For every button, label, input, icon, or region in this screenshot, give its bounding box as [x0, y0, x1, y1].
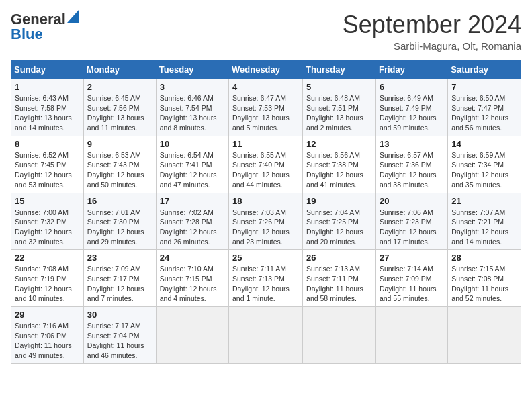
- day-number: 24: [160, 253, 225, 263]
- calendar-cell: 25Sunrise: 7:11 AMSunset: 7:13 PMDayligh…: [229, 250, 303, 307]
- day-number: 21: [451, 196, 517, 206]
- day-number: 23: [87, 253, 152, 263]
- calendar-cell: [375, 307, 447, 364]
- calendar-cell: 27Sunrise: 7:14 AMSunset: 7:09 PMDayligh…: [375, 250, 447, 307]
- calendar-cell: 11Sunrise: 6:55 AMSunset: 7:40 PMDayligh…: [229, 136, 303, 193]
- calendar-cell: 3Sunrise: 6:46 AMSunset: 7:54 PMDaylight…: [156, 79, 228, 136]
- day-number: 30: [87, 310, 152, 320]
- calendar-cell: 16Sunrise: 7:01 AMSunset: 7:30 PMDayligh…: [83, 193, 156, 250]
- day-number: 7: [451, 82, 517, 92]
- calendar-cell: 28Sunrise: 7:15 AMSunset: 7:08 PMDayligh…: [448, 250, 521, 307]
- calendar-cell: 4Sunrise: 6:47 AMSunset: 7:53 PMDaylight…: [229, 79, 303, 136]
- location: Sarbii-Magura, Olt, Romania: [343, 40, 521, 52]
- day-info: Sunrise: 7:13 AMSunset: 7:11 PMDaylight:…: [306, 264, 372, 304]
- day-number: 6: [380, 82, 444, 92]
- day-number: 19: [306, 196, 372, 206]
- calendar-cell: 24Sunrise: 7:10 AMSunset: 7:15 PMDayligh…: [156, 250, 228, 307]
- calendar-cell: 6Sunrise: 6:49 AMSunset: 7:49 PMDaylight…: [375, 79, 447, 136]
- day-number: 17: [160, 196, 225, 206]
- day-number: 29: [15, 310, 80, 320]
- day-info: Sunrise: 7:02 AMSunset: 7:28 PMDaylight:…: [160, 208, 225, 247]
- day-info: Sunrise: 6:43 AMSunset: 7:58 PMDaylight:…: [15, 93, 80, 133]
- day-number: 10: [160, 139, 225, 149]
- col-header-sunday: Sunday: [11, 60, 84, 79]
- svg-marker-0: [67, 9, 79, 23]
- calendar-cell: 13Sunrise: 6:57 AMSunset: 7:36 PMDayligh…: [375, 136, 447, 193]
- calendar-cell: 20Sunrise: 7:06 AMSunset: 7:23 PMDayligh…: [375, 193, 447, 250]
- calendar-cell: 15Sunrise: 7:00 AMSunset: 7:32 PMDayligh…: [11, 193, 84, 250]
- day-info: Sunrise: 7:08 AMSunset: 7:19 PMDaylight:…: [15, 264, 80, 304]
- col-header-tuesday: Tuesday: [156, 60, 228, 79]
- day-number: 27: [380, 253, 444, 263]
- calendar-cell: 5Sunrise: 6:48 AMSunset: 7:51 PMDaylight…: [303, 79, 376, 136]
- day-number: 9: [87, 139, 152, 149]
- calendar-cell: 21Sunrise: 7:07 AMSunset: 7:21 PMDayligh…: [448, 193, 521, 250]
- page-header: General Blue September 2024 Sarbii-Magur…: [11, 11, 521, 52]
- day-info: Sunrise: 7:01 AMSunset: 7:30 PMDaylight:…: [87, 208, 152, 247]
- calendar-cell: 30Sunrise: 7:17 AMSunset: 7:04 PMDayligh…: [83, 307, 156, 364]
- day-info: Sunrise: 7:14 AMSunset: 7:09 PMDaylight:…: [380, 264, 444, 304]
- calendar-cell: 8Sunrise: 6:52 AMSunset: 7:45 PMDaylight…: [11, 136, 84, 193]
- calendar-cell: 14Sunrise: 6:59 AMSunset: 7:34 PMDayligh…: [448, 136, 521, 193]
- calendar-cell: [229, 307, 303, 364]
- day-info: Sunrise: 6:45 AMSunset: 7:56 PMDaylight:…: [87, 93, 152, 133]
- calendar-cell: [448, 307, 521, 364]
- calendar-cell: 1Sunrise: 6:43 AMSunset: 7:58 PMDaylight…: [11, 79, 84, 136]
- day-number: 16: [87, 196, 152, 206]
- calendar-table: SundayMondayTuesdayWednesdayThursdayFrid…: [11, 60, 521, 364]
- day-number: 15: [15, 196, 80, 206]
- day-number: 3: [160, 82, 225, 92]
- calendar-cell: 2Sunrise: 6:45 AMSunset: 7:56 PMDaylight…: [83, 79, 156, 136]
- day-number: 22: [15, 253, 80, 263]
- day-number: 2: [87, 82, 152, 92]
- day-info: Sunrise: 7:16 AMSunset: 7:06 PMDaylight:…: [15, 321, 80, 361]
- day-info: Sunrise: 7:07 AMSunset: 7:21 PMDaylight:…: [451, 208, 517, 247]
- calendar-cell: 10Sunrise: 6:54 AMSunset: 7:41 PMDayligh…: [156, 136, 228, 193]
- calendar-cell: 19Sunrise: 7:04 AMSunset: 7:25 PMDayligh…: [303, 193, 376, 250]
- col-header-friday: Friday: [375, 60, 447, 79]
- calendar-cell: 22Sunrise: 7:08 AMSunset: 7:19 PMDayligh…: [11, 250, 84, 307]
- col-header-monday: Monday: [83, 60, 156, 79]
- day-number: 18: [232, 196, 299, 206]
- day-info: Sunrise: 7:17 AMSunset: 7:04 PMDaylight:…: [87, 321, 152, 361]
- day-number: 20: [380, 196, 444, 206]
- day-info: Sunrise: 6:52 AMSunset: 7:45 PMDaylight:…: [15, 150, 80, 190]
- col-header-wednesday: Wednesday: [229, 60, 303, 79]
- day-number: 14: [451, 139, 517, 149]
- logo: General Blue: [11, 11, 83, 43]
- calendar-cell: [156, 307, 228, 364]
- day-number: 1: [15, 82, 80, 92]
- calendar-cell: 18Sunrise: 7:03 AMSunset: 7:26 PMDayligh…: [229, 193, 303, 250]
- calendar-cell: 26Sunrise: 7:13 AMSunset: 7:11 PMDayligh…: [303, 250, 376, 307]
- day-number: 5: [306, 82, 372, 92]
- day-info: Sunrise: 6:50 AMSunset: 7:47 PMDaylight:…: [451, 93, 517, 133]
- day-number: 12: [306, 139, 372, 149]
- day-info: Sunrise: 6:46 AMSunset: 7:54 PMDaylight:…: [160, 93, 225, 133]
- day-number: 28: [451, 253, 517, 263]
- day-info: Sunrise: 7:06 AMSunset: 7:23 PMDaylight:…: [380, 208, 444, 247]
- logo-arrow-icon: [67, 9, 79, 23]
- day-number: 11: [232, 139, 299, 149]
- day-info: Sunrise: 6:57 AMSunset: 7:36 PMDaylight:…: [380, 150, 444, 190]
- day-info: Sunrise: 6:56 AMSunset: 7:38 PMDaylight:…: [306, 150, 372, 190]
- col-header-thursday: Thursday: [303, 60, 376, 79]
- day-info: Sunrise: 6:59 AMSunset: 7:34 PMDaylight:…: [451, 150, 517, 190]
- calendar-cell: 7Sunrise: 6:50 AMSunset: 7:47 PMDaylight…: [448, 79, 521, 136]
- day-info: Sunrise: 6:54 AMSunset: 7:41 PMDaylight:…: [160, 150, 225, 190]
- calendar-cell: 9Sunrise: 6:53 AMSunset: 7:43 PMDaylight…: [83, 136, 156, 193]
- day-info: Sunrise: 7:09 AMSunset: 7:17 PMDaylight:…: [87, 264, 152, 304]
- day-info: Sunrise: 6:48 AMSunset: 7:51 PMDaylight:…: [306, 93, 372, 133]
- day-info: Sunrise: 7:15 AMSunset: 7:08 PMDaylight:…: [451, 264, 517, 304]
- day-number: 25: [232, 253, 299, 263]
- day-number: 13: [380, 139, 444, 149]
- calendar-cell: 23Sunrise: 7:09 AMSunset: 7:17 PMDayligh…: [83, 250, 156, 307]
- calendar-cell: 29Sunrise: 7:16 AMSunset: 7:06 PMDayligh…: [11, 307, 84, 364]
- day-info: Sunrise: 7:10 AMSunset: 7:15 PMDaylight:…: [160, 264, 225, 304]
- day-info: Sunrise: 7:04 AMSunset: 7:25 PMDaylight:…: [306, 208, 372, 247]
- day-info: Sunrise: 7:11 AMSunset: 7:13 PMDaylight:…: [232, 264, 299, 304]
- day-info: Sunrise: 6:53 AMSunset: 7:43 PMDaylight:…: [87, 150, 152, 190]
- day-number: 26: [306, 253, 372, 263]
- title-block: September 2024 Sarbii-Magura, Olt, Roman…: [343, 11, 521, 52]
- day-number: 4: [232, 82, 299, 92]
- day-info: Sunrise: 6:55 AMSunset: 7:40 PMDaylight:…: [232, 150, 299, 190]
